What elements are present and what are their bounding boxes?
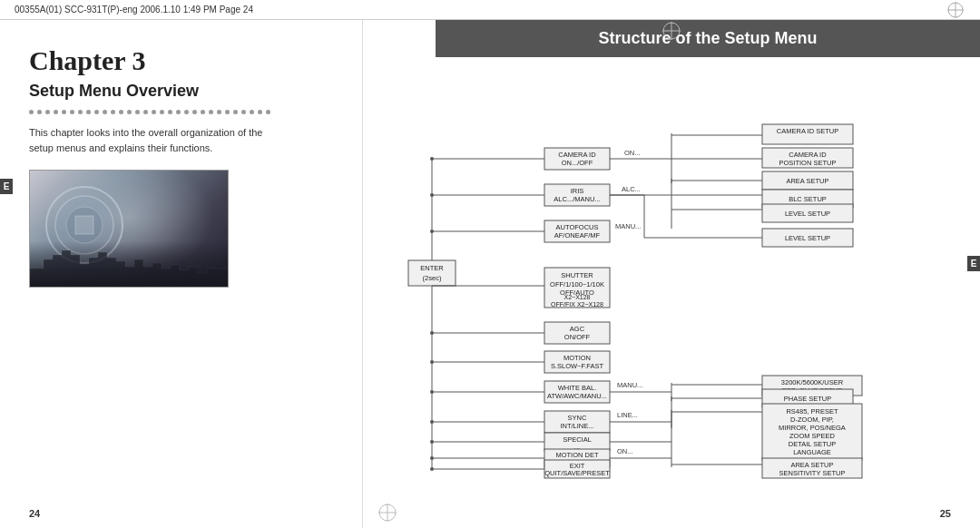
svg-text:CAMERA ID SETUP: CAMERA ID SETUP bbox=[777, 127, 838, 135]
svg-text:ENTER: ENTER bbox=[420, 264, 444, 272]
svg-text:ON.../OFF: ON.../OFF bbox=[562, 159, 593, 167]
dot bbox=[233, 110, 238, 114]
dots-row bbox=[29, 110, 333, 114]
svg-point-31 bbox=[430, 193, 434, 197]
svg-text:AF/ONEAF/MF: AF/ONEAF/MF bbox=[554, 231, 601, 240]
dot bbox=[94, 110, 99, 114]
dot bbox=[45, 110, 50, 114]
dot bbox=[86, 110, 91, 114]
svg-text:ZOOM SPEED: ZOOM SPEED bbox=[789, 432, 836, 440]
menu-diagram-svg: .box { fill: #f0f0f0; stroke: #555; stro… bbox=[381, 61, 962, 523]
svg-point-39 bbox=[430, 467, 434, 471]
svg-text:SENSITIVITY SETUP: SENSITIVITY SETUP bbox=[779, 469, 846, 477]
svg-text:ATW/AWC/MANU...: ATW/AWC/MANU... bbox=[547, 392, 607, 400]
svg-text:WHITE BAL.: WHITE BAL. bbox=[558, 384, 597, 392]
svg-text:AREA SETUP: AREA SETUP bbox=[786, 177, 828, 185]
page-number-left: 24 bbox=[29, 508, 40, 519]
svg-text:AUTOFOCUS: AUTOFOCUS bbox=[556, 223, 599, 231]
svg-text:POSITION SETUP: POSITION SETUP bbox=[779, 159, 837, 167]
svg-text:LEVEL SETUP: LEVEL SETUP bbox=[785, 210, 830, 218]
dot bbox=[54, 110, 58, 114]
svg-point-32 bbox=[430, 230, 434, 233]
dot bbox=[241, 110, 246, 114]
dot bbox=[258, 110, 262, 114]
svg-point-34 bbox=[430, 360, 434, 364]
svg-text:RS485, PRESET: RS485, PRESET bbox=[786, 407, 838, 416]
svg-point-33 bbox=[430, 331, 434, 335]
dot bbox=[37, 110, 42, 114]
svg-text:OFF/FIX X2~X128: OFF/FIX X2~X128 bbox=[551, 301, 603, 308]
dot bbox=[62, 110, 66, 114]
svg-text:QUIT/SAVE/PRESET: QUIT/SAVE/PRESET bbox=[544, 469, 610, 477]
chapter-title: Chapter 3 bbox=[29, 45, 333, 76]
e-marker-left: E bbox=[0, 179, 13, 194]
dot bbox=[217, 110, 221, 114]
top-bar-text: 00355A(01) SCC-931T(P)-eng 2006.1.10 1:4… bbox=[15, 5, 946, 15]
svg-text:AGC: AGC bbox=[570, 325, 585, 333]
svg-text:X2~X128: X2~X128 bbox=[564, 294, 591, 300]
svg-rect-6 bbox=[75, 216, 93, 234]
svg-text:(2sec): (2sec) bbox=[423, 274, 442, 282]
svg-text:MANU...: MANU... bbox=[617, 381, 642, 389]
svg-text:CAMERA ID: CAMERA ID bbox=[558, 151, 596, 159]
svg-text:LANGUAGE: LANGUAGE bbox=[793, 448, 831, 456]
left-page: E Chapter 3 Setup Menu Overview bbox=[0, 20, 363, 528]
svg-text:ALC.../MANU...: ALC.../MANU... bbox=[554, 195, 600, 203]
crosshair-top-icon bbox=[661, 20, 682, 42]
svg-text:MOTION: MOTION bbox=[564, 354, 591, 362]
dot bbox=[135, 110, 140, 114]
svg-text:DETAIL SETUP: DETAIL SETUP bbox=[789, 440, 837, 448]
top-bar: 00355A(01) SCC-931T(P)-eng 2006.1.10 1:4… bbox=[0, 0, 980, 20]
dot bbox=[152, 110, 156, 114]
svg-point-36 bbox=[430, 420, 434, 424]
dot bbox=[119, 110, 123, 114]
dot bbox=[201, 110, 205, 114]
e-marker-right: E bbox=[967, 256, 980, 271]
dot bbox=[176, 110, 181, 114]
svg-text:IRIS: IRIS bbox=[571, 187, 584, 195]
svg-text:MIRROR, POS/NEGA: MIRROR, POS/NEGA bbox=[779, 424, 846, 432]
dot bbox=[225, 110, 230, 114]
chapter-image bbox=[29, 170, 229, 288]
header-band: Structure of the Setup Menu bbox=[436, 20, 980, 57]
chapter-subtitle: Setup Menu Overview bbox=[29, 82, 333, 101]
dot bbox=[103, 110, 107, 114]
svg-text:ALC...: ALC... bbox=[622, 185, 641, 193]
dot bbox=[192, 110, 197, 114]
svg-text:3200K/5600K/USER: 3200K/5600K/USER bbox=[781, 378, 844, 386]
chapter-description: This chapter looks into the overall orga… bbox=[29, 125, 283, 155]
dot bbox=[184, 110, 189, 114]
dot bbox=[29, 110, 34, 114]
main-content: E Chapter 3 Setup Menu Overview bbox=[0, 20, 980, 528]
dot bbox=[127, 110, 132, 114]
right-page: Structure of the Setup Menu E 25 .box { … bbox=[363, 20, 980, 528]
dot bbox=[168, 110, 172, 114]
dot bbox=[250, 110, 254, 114]
svg-text:LEVEL SETUP: LEVEL SETUP bbox=[785, 234, 830, 242]
svg-text:SYNC: SYNC bbox=[568, 414, 587, 422]
svg-point-37 bbox=[430, 440, 434, 444]
dot bbox=[266, 110, 270, 114]
dot bbox=[111, 110, 115, 114]
svg-text:SHUTTER: SHUTTER bbox=[561, 271, 593, 279]
svg-text:D-ZOOM, PIP,: D-ZOOM, PIP, bbox=[790, 416, 834, 424]
svg-point-35 bbox=[430, 390, 434, 394]
dot bbox=[160, 110, 164, 114]
svg-text:LINE...: LINE... bbox=[617, 411, 638, 419]
dot bbox=[70, 110, 74, 114]
svg-text:ON...: ON... bbox=[617, 447, 633, 455]
svg-text:CAMERA ID: CAMERA ID bbox=[789, 151, 827, 159]
svg-text:PHASE SETUP: PHASE SETUP bbox=[784, 395, 832, 403]
svg-text:MANU...: MANU... bbox=[615, 222, 641, 230]
crosshair-icon bbox=[946, 0, 965, 20]
svg-text:S.SLOW~F.FAST: S.SLOW~F.FAST bbox=[551, 362, 604, 370]
dot bbox=[209, 110, 213, 114]
svg-text:ON/OFF: ON/OFF bbox=[564, 333, 591, 341]
dot bbox=[78, 110, 83, 114]
svg-text:INT/LINE...: INT/LINE... bbox=[560, 422, 593, 430]
svg-point-30 bbox=[430, 157, 434, 161]
svg-text:ON...: ON... bbox=[624, 149, 641, 157]
image-cityline bbox=[30, 241, 228, 287]
svg-point-38 bbox=[430, 456, 434, 460]
dot bbox=[143, 110, 148, 114]
